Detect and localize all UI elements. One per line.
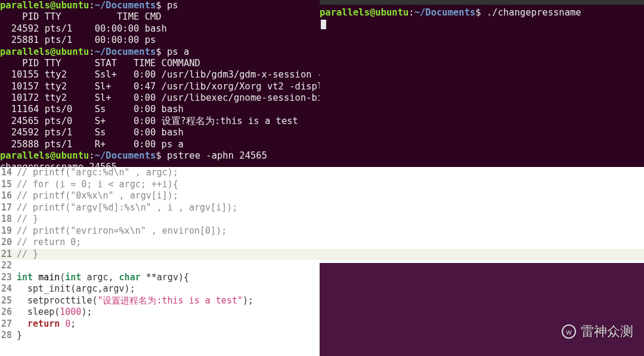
line-number: 24 — [0, 283, 14, 295]
code-line[interactable]: 17// printf("argv[%d]:%s\n" , i , argv[i… — [0, 202, 644, 214]
prompt-line: parallels@ubuntu:~/Documents$ ./changepr… — [320, 7, 644, 18]
code-line[interactable]: 19// printf("evriron=%x\n" , environ[0])… — [0, 225, 644, 237]
line-number: 22 — [0, 260, 14, 272]
prompt-line: parallels@ubuntu:~/Documents$ ps a — [0, 47, 320, 58]
cmd-pstree: pstree -aphn 24565 — [167, 150, 267, 161]
cmd-ps: ps — [167, 0, 178, 11]
line-number: 15 — [0, 179, 14, 191]
cursor-icon — [321, 20, 326, 29]
code-content: // } — [14, 249, 38, 261]
desktop-background — [320, 263, 644, 356]
ps-header: PID TTY TIME CMD — [0, 11, 320, 23]
line-number: 20 — [0, 237, 14, 249]
prompt-user: parallels@ubuntu — [0, 0, 89, 11]
watermark-text: 雷神众测 — [581, 323, 633, 340]
code-line[interactable]: 20// return 0; — [0, 237, 644, 249]
code-line[interactable]: 16// printf("0x%x\n" , argv[i]); — [0, 190, 644, 202]
code-content: } — [14, 330, 22, 342]
code-content: // } — [14, 213, 38, 225]
line-number: 18 — [0, 213, 14, 225]
code-content: // printf("argv[%d]:%s\n" , i , argv[i])… — [14, 202, 237, 214]
prompt-line: parallels@ubuntu:~/Documents$ ps — [0, 0, 320, 11]
line-number: 28 — [0, 330, 14, 342]
code-line[interactable]: 14// printf("argc:%d\n" , argc); — [0, 167, 644, 179]
code-line[interactable]: 18// } — [0, 213, 644, 225]
prompt-path: ~/Documents — [95, 0, 156, 11]
prompt-path: ~/Documents — [414, 7, 476, 18]
line-number: 25 — [0, 295, 14, 307]
code-content: // return 0; — [14, 237, 81, 249]
code-content: setprocttile("设置进程名为:this is a test"); — [14, 295, 253, 307]
psa-row: 10155 tty2 Ssl+ 0:00 /usr/lib/gdm3/gdm-x… — [0, 69, 320, 81]
line-number: 14 — [0, 167, 14, 179]
line-number: 27 — [0, 318, 14, 330]
prompt-cursor-line[interactable] — [320, 18, 644, 30]
line-number: 23 — [0, 272, 14, 284]
code-line[interactable]: 21// } — [0, 249, 644, 261]
psa-row: 10157 tty2 Sl+ 0:47 /usr/lib/xorg/Xorg v… — [0, 81, 320, 92]
psa-row: 24592 pts/1 Ss 0:00 bash — [0, 127, 320, 138]
wechat-icon: w — [562, 324, 576, 339]
prompt-line: parallels@ubuntu:~/Documents$ pstree -ap… — [0, 150, 320, 162]
line-number: 26 — [0, 307, 14, 318]
psa-row: 10172 tty2 Sl+ 0:00 /usr/libexec/gnome-s… — [0, 92, 320, 104]
code-content: return 0; — [14, 318, 76, 330]
code-content: // printf("argc:%d\n" , argc); — [14, 167, 178, 179]
code-content: int main(int argc, char **argv){ — [14, 272, 189, 284]
line-number: 16 — [0, 190, 14, 202]
line-number: 19 — [0, 225, 14, 237]
code-content: // printf("0x%x\n" , argv[i]); — [14, 190, 178, 202]
code-content: sleep(1000); — [14, 307, 92, 318]
line-number: 21 — [0, 249, 14, 261]
code-content: // printf("evriron=%x\n" , environ[0]); — [14, 225, 227, 237]
watermark: w 雷神众测 — [562, 323, 633, 340]
left-terminal[interactable]: parallels@ubuntu:~/Documents$ ps PID TTY… — [0, 0, 320, 167]
code-content — [14, 260, 17, 272]
cmd-ps-a: ps a — [167, 47, 189, 57]
prompt-user: parallels@ubuntu — [320, 7, 408, 18]
psa-row: 25888 pts/1 R+ 0:00 ps a — [0, 139, 320, 150]
psa-header: PID TTY STAT TIME COMMAND — [0, 58, 320, 69]
line-number: 17 — [0, 202, 14, 214]
code-content: // for (i = 0; i < argc; ++i){ — [14, 179, 178, 191]
code-content: spt_init(argc,argv); — [14, 283, 135, 295]
code-line[interactable]: 15// for (i = 0; i < argc; ++i){ — [0, 179, 644, 191]
psa-row: 24565 pts/0 S+ 0:00 设置?程名为:this is a tes… — [0, 116, 320, 127]
ps-row: 24592 pts/1 00:00:00 bash — [0, 23, 320, 35]
ps-row: 25881 pts/1 00:00:00 ps — [0, 35, 320, 46]
cmd-run-changepressname: ./changepressname — [487, 7, 581, 18]
psa-row: 11164 pts/0 Ss 0:00 bash — [0, 104, 320, 115]
